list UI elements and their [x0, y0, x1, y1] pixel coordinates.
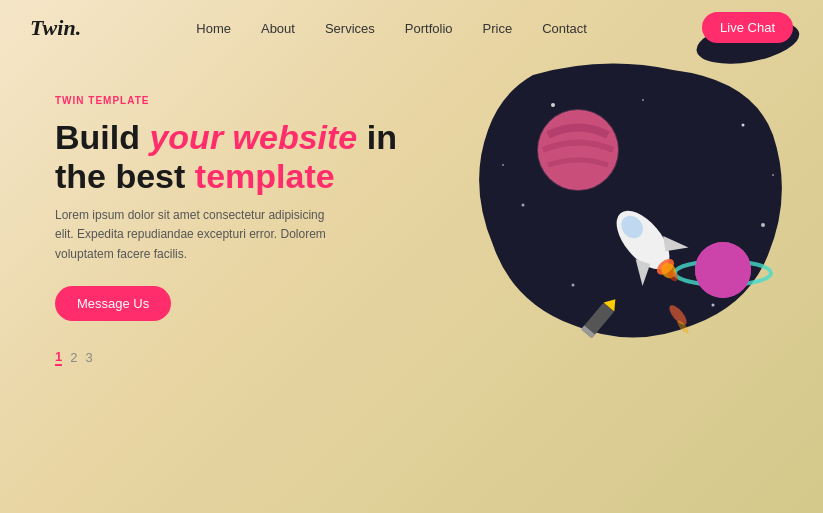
nav-price[interactable]: Price: [483, 21, 513, 36]
nav-links: Home About Services Portfolio Price Cont…: [196, 19, 587, 37]
svg-point-5: [572, 284, 575, 287]
svg-point-2: [742, 124, 745, 127]
nav-portfolio[interactable]: Portfolio: [405, 21, 453, 36]
title-part1: Build: [55, 118, 149, 156]
navbar: Twin. Home About Services Portfolio Pric…: [0, 0, 823, 55]
title-highlight2: template: [195, 157, 335, 195]
svg-point-4: [761, 223, 765, 227]
title-part2: in: [357, 118, 397, 156]
title-highlight1: your website: [149, 118, 357, 156]
nav-services[interactable]: Services: [325, 21, 375, 36]
hero-illustration: [473, 55, 793, 349]
section-label: TWIN TEMPLATE: [55, 95, 415, 106]
svg-point-9: [772, 174, 774, 176]
pagination: 1 2 3: [55, 349, 415, 366]
message-us-button[interactable]: Message Us: [55, 286, 171, 321]
svg-point-3: [522, 204, 525, 207]
svg-point-6: [712, 304, 715, 307]
pagination-1[interactable]: 1: [55, 349, 62, 366]
live-chat-button[interactable]: Live Chat: [702, 12, 793, 43]
svg-point-8: [502, 164, 504, 166]
logo: Twin.: [30, 15, 81, 41]
svg-point-7: [642, 99, 644, 101]
svg-point-1: [551, 103, 555, 107]
title-line2-part1: the best: [55, 157, 195, 195]
svg-point-14: [695, 242, 751, 298]
hero-text: TWIN TEMPLATE Build your website in the …: [55, 85, 415, 366]
nav-about[interactable]: About: [261, 21, 295, 36]
nav-home[interactable]: Home: [196, 21, 231, 36]
hero-title: Build your website in the best template: [55, 118, 415, 196]
pagination-3[interactable]: 3: [85, 350, 92, 365]
hero-subtitle: Lorem ipsum dolor sit amet consectetur a…: [55, 206, 345, 264]
pagination-2[interactable]: 2: [70, 350, 77, 365]
space-blob-svg: [473, 55, 793, 345]
nav-contact[interactable]: Contact: [542, 21, 587, 36]
